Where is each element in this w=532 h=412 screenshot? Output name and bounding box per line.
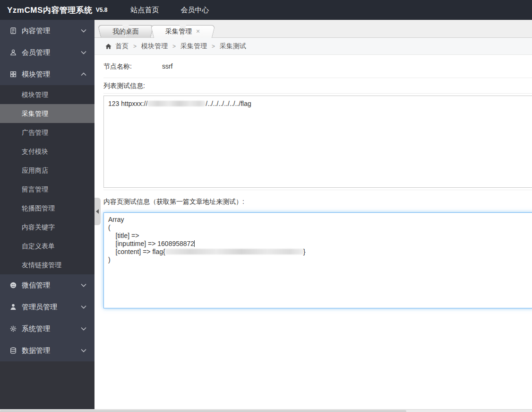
sidebar-item-system[interactable]: 系统管理	[0, 318, 94, 340]
sidebar-item-label: 微信管理	[22, 281, 50, 290]
home-icon	[105, 43, 112, 50]
list-test-value-suffix: /../../../../../../flag	[206, 100, 251, 107]
app-version: V5.8	[96, 7, 108, 13]
main-content: 我的桌面采集管理× 首页>模块管理>采集管理>采集测试 节点名称: ssrf 列…	[94, 20, 532, 412]
breadcrumb-separator: >	[172, 43, 176, 50]
chevron-up-icon	[81, 71, 86, 77]
chevron-down-icon	[81, 28, 86, 34]
module-icon	[9, 70, 17, 78]
tab-label: 采集管理	[165, 27, 192, 35]
node-name-value: ssrf	[162, 62, 173, 70]
redacted-flag-segment	[165, 249, 303, 254]
chevron-down-icon	[81, 304, 86, 310]
system-icon	[9, 325, 17, 333]
sidebar-subitem-module-manage[interactable]: 模块管理	[0, 85, 94, 104]
collect-test-form: 节点名称: ssrf 列表测试信息: 123 httpxxx:///../../…	[94, 55, 532, 308]
paren-close-line: )	[108, 256, 530, 264]
content-test-label: 内容页测试信息（获取第一篇文章地址来测试）:	[103, 190, 532, 212]
sidebar-item-label: 会员管理	[22, 48, 50, 57]
submenu-module: 模块管理采集管理广告管理支付模块应用商店留言管理轮播图管理内容关键字自定义表单友…	[0, 85, 94, 274]
sidebar-item-label: 管理员管理	[22, 303, 57, 312]
sidebar-item-label: 内容管理	[22, 26, 50, 35]
nav-member-center[interactable]: 会员中心	[170, 0, 220, 20]
sidebar: 内容管理会员管理模块管理模块管理采集管理广告管理支付模块应用商店留言管理轮播图管…	[0, 20, 94, 412]
wechat-icon	[9, 281, 17, 289]
sidebar-item-label: 数据管理	[22, 346, 50, 355]
collapse-arrow-icon	[96, 209, 99, 214]
tab-bar: 我的桌面采集管理×	[94, 20, 532, 38]
nav-site-home[interactable]: 站点首页	[120, 0, 170, 20]
content-test-textarea[interactable]: Array ( [title] => [inputtime] => 160895…	[103, 212, 532, 308]
breadcrumb-item-module-manage[interactable]: 模块管理	[141, 42, 168, 51]
sidebar-item-module[interactable]: 模块管理	[0, 63, 94, 85]
breadcrumb-item-collect-manage[interactable]: 采集管理	[180, 42, 207, 51]
sidebar-collapse-handle[interactable]	[94, 198, 101, 225]
sidebar-menu: 内容管理会员管理模块管理模块管理采集管理广告管理支付模块应用商店留言管理轮播图管…	[0, 20, 94, 361]
tab-desktop[interactable]: 我的桌面	[104, 25, 147, 37]
inputtime-line: [inputtime] => 1608958872	[108, 240, 530, 248]
node-name-label: 节点名称:	[103, 55, 160, 78]
sidebar-subitem-pay-module[interactable]: 支付模块	[0, 142, 94, 161]
sidebar-subitem-app-store[interactable]: 应用商店	[0, 161, 94, 180]
sidebar-item-label: 模块管理	[22, 70, 50, 79]
chevron-down-icon	[81, 348, 86, 353]
chevron-down-icon	[81, 50, 86, 55]
horizontal-scrollbar-thumb[interactable]	[0, 410, 406, 412]
app-header: YzmCMS内容管理系统 V5.8 站点首页会员中心	[0, 0, 532, 20]
sidebar-subitem-collect-manage[interactable]: 采集管理	[0, 104, 94, 123]
redacted-url-segment	[147, 101, 205, 106]
sidebar-subitem-custom-form[interactable]: 自定义表单	[0, 237, 94, 255]
app-title: YzmCMS内容管理系统	[7, 5, 93, 16]
tab-close-icon[interactable]: ×	[196, 27, 200, 35]
breadcrumb-separator: >	[212, 43, 215, 50]
horizontal-scrollbar[interactable]	[0, 409, 532, 412]
list-test-label: 列表测试信息:	[103, 78, 532, 94]
breadcrumb-item-collect-test: 采集测试	[220, 42, 246, 51]
content-icon	[9, 27, 17, 35]
list-test-textarea[interactable]: 123 httpxxx:///../../../../../../flag	[103, 96, 532, 188]
database-icon	[9, 347, 17, 354]
sidebar-subitem-guestbook-manage[interactable]: 留言管理	[0, 180, 94, 199]
sidebar-item-data[interactable]: 数据管理	[0, 340, 94, 361]
sidebar-subitem-friend-link-manage[interactable]: 友情链接管理	[0, 255, 94, 274]
title-line: [title] =>	[108, 232, 530, 240]
header-nav: 站点首页会员中心	[120, 0, 220, 20]
breadcrumb-separator: >	[133, 43, 137, 50]
member-icon	[9, 49, 17, 56]
tab-label: 我的桌面	[112, 27, 139, 35]
tab-collect[interactable]: 采集管理×	[157, 25, 208, 37]
list-test-value-prefix: 123 httpxxx://	[108, 100, 147, 107]
array-line: Array	[108, 216, 530, 224]
chevron-down-icon	[81, 282, 86, 288]
sidebar-subitem-ad-manage[interactable]: 广告管理	[0, 123, 94, 142]
content-flag-line: [content] => flag{}	[108, 248, 530, 256]
sidebar-item-member[interactable]: 会员管理	[0, 42, 94, 63]
sidebar-item-wechat[interactable]: 微信管理	[0, 274, 94, 296]
sidebar-item-label: 系统管理	[22, 324, 50, 333]
sidebar-subitem-slider-manage[interactable]: 轮播图管理	[0, 199, 94, 218]
sidebar-item-admin[interactable]: 管理员管理	[0, 296, 94, 318]
sidebar-item-content[interactable]: 内容管理	[0, 20, 94, 42]
sidebar-subitem-content-keyword[interactable]: 内容关键字	[0, 218, 94, 237]
chevron-down-icon	[81, 326, 86, 332]
admin-icon	[9, 303, 17, 311]
breadcrumb-item-home[interactable]: 首页	[115, 42, 129, 51]
breadcrumb: 首页>模块管理>采集管理>采集测试	[94, 38, 532, 55]
paren-open-line: (	[108, 224, 530, 232]
node-name-row: 节点名称: ssrf	[103, 55, 532, 78]
text-cursor	[194, 240, 195, 247]
